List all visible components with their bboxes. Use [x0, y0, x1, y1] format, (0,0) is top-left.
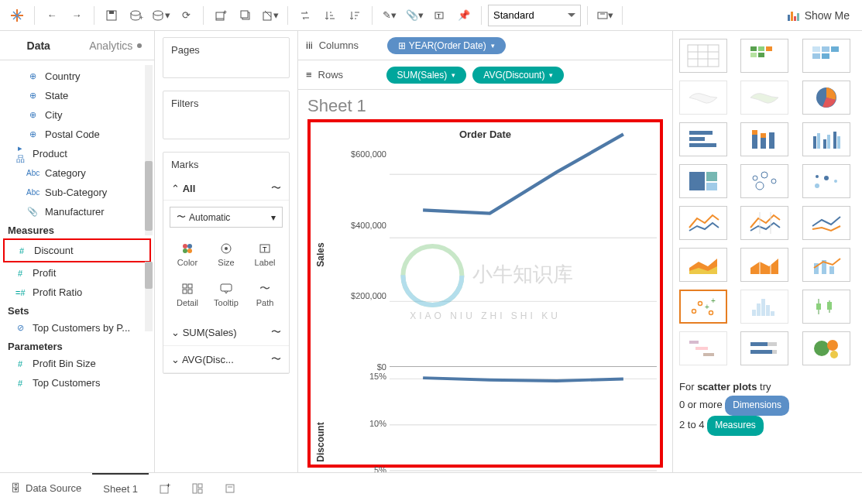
show-me-panel: ++ For scatter plots try 0 or more Dimen…: [672, 31, 862, 472]
pin-icon[interactable]: 📌: [453, 5, 475, 26]
swap-icon[interactable]: [294, 5, 316, 26]
viz-area-disc[interactable]: [740, 248, 788, 282]
new-dashboard-icon[interactable]: [181, 473, 214, 504]
field-product-group[interactable]: ▸ 品Product: [0, 144, 154, 163]
tab-data[interactable]: Data: [0, 31, 77, 60]
viz-side-bar[interactable]: [802, 122, 850, 156]
field-city[interactable]: ⊕City: [0, 105, 154, 125]
field-profit-bin-size[interactable]: #Profit Bin Size: [0, 354, 154, 373]
field-subcategory[interactable]: AbcSub-Category: [0, 183, 154, 202]
mark-color[interactable]: Color: [168, 234, 207, 274]
viz-pie[interactable]: [802, 81, 850, 115]
svg-rect-72: [827, 135, 830, 149]
field-category[interactable]: AbcCategory: [0, 163, 154, 183]
redo-icon[interactable]: →: [66, 5, 88, 26]
labels-icon[interactable]: T: [428, 5, 450, 26]
y2-tick: 15%: [328, 372, 386, 381]
mark-path[interactable]: 〜Path: [246, 274, 284, 314]
viz-box-plot[interactable]: [802, 290, 850, 324]
pill-sum-sales[interactable]: SUM(Sales)▾: [386, 67, 467, 84]
rows-shelf[interactable]: ≡ Rows SUM(Sales)▾ AVG(Discount)▾: [298, 60, 672, 90]
svg-rect-66: [761, 138, 766, 149]
highlight-icon[interactable]: ✎▾: [379, 5, 400, 26]
new-worksheet-icon[interactable]: +: [210, 5, 232, 26]
svg-point-119: [830, 351, 838, 358]
sales-line-chart[interactable]: [390, 143, 657, 367]
viz-scatter[interactable]: ++: [679, 290, 727, 324]
fit-select[interactable]: Standard: [488, 5, 581, 26]
sort-desc-icon[interactable]: [344, 5, 366, 26]
viz-symbol-map[interactable]: [679, 81, 727, 115]
marks-all[interactable]: ⌃ All〜: [163, 177, 289, 201]
marks-avg-disc[interactable]: ⌄ AVG(Disc...〜: [163, 346, 289, 373]
meas-scrollbar[interactable]: [145, 262, 153, 289]
viz-histogram[interactable]: [740, 290, 788, 324]
tableau-logo-icon[interactable]: [6, 5, 28, 26]
present-icon[interactable]: ▾: [594, 5, 616, 26]
svg-rect-101: [752, 310, 756, 316]
tab-data-source[interactable]: 🗄Data Source: [0, 473, 92, 504]
field-profit[interactable]: #Profit: [0, 263, 154, 283]
field-discount[interactable]: #Discount: [5, 241, 149, 260]
mark-tooltip[interactable]: Tooltip: [207, 274, 246, 314]
refresh-icon[interactable]: ⟳: [175, 5, 197, 26]
viz-circle-view[interactable]: [740, 164, 788, 198]
filters-card[interactable]: Filters: [163, 91, 289, 115]
viz-treemap[interactable]: [679, 164, 727, 198]
group-icon[interactable]: 📎▾: [404, 5, 425, 26]
field-state[interactable]: ⊕State: [0, 86, 154, 105]
viz-heat-map[interactable]: [740, 39, 788, 73]
viz-hbar[interactable]: [679, 122, 727, 156]
viz-stacked-bar[interactable]: [740, 122, 788, 156]
show-me-button[interactable]: Show Me: [781, 5, 856, 26]
mark-detail[interactable]: Detail: [168, 274, 207, 314]
mark-label[interactable]: TLabel: [246, 234, 284, 274]
duplicate-icon[interactable]: [235, 5, 256, 26]
field-country[interactable]: ⊕Country: [0, 67, 154, 86]
viz-side-circle[interactable]: [802, 164, 850, 198]
viz-bullet[interactable]: [740, 331, 788, 365]
undo-icon[interactable]: ←: [41, 5, 63, 26]
svg-rect-52: [766, 46, 772, 51]
viz-gantt[interactable]: [679, 331, 727, 365]
mark-type-select[interactable]: 〜Automatic▾: [170, 207, 283, 228]
field-postal[interactable]: ⊕Postal Code: [0, 125, 154, 144]
field-top-customers-param[interactable]: #Top Customers: [0, 373, 154, 393]
new-story-icon[interactable]: [214, 473, 246, 504]
marks-sum-sales[interactable]: ⌄ SUM(Sales)〜: [163, 319, 289, 346]
new-datasource-icon[interactable]: +: [125, 5, 147, 26]
field-manufacturer[interactable]: 📎Manufacturer: [0, 202, 154, 221]
sort-asc-icon[interactable]: [319, 5, 341, 26]
clear-icon[interactable]: ▾: [259, 5, 281, 26]
pill-year-orderdate[interactable]: ⊞ YEAR(Order Date)▾: [387, 37, 506, 54]
pause-auto-icon[interactable]: ▾: [150, 5, 172, 26]
y1-tick: $600,000: [328, 149, 386, 159]
save-icon[interactable]: [101, 5, 122, 26]
svg-point-29: [225, 247, 228, 250]
viz-highlight-table[interactable]: [802, 39, 850, 73]
discount-line-chart[interactable]: [390, 367, 657, 472]
pages-card[interactable]: Pages: [163, 38, 289, 62]
y1-tick: $200,000: [328, 291, 386, 300]
viz-line-disc[interactable]: [740, 206, 788, 240]
new-sheet-icon[interactable]: +: [149, 473, 181, 504]
sheet-title[interactable]: Sheet 1: [307, 96, 663, 116]
mark-size[interactable]: Size: [207, 234, 246, 274]
pill-avg-discount[interactable]: AVG(Discount)▾: [472, 67, 564, 84]
tab-sheet1[interactable]: Sheet 1: [92, 473, 149, 504]
svg-text:+: +: [711, 297, 716, 305]
columns-shelf[interactable]: iii Columns ⊞ YEAR(Order Date)▾: [298, 31, 672, 60]
field-top-customers-set[interactable]: ⊘Top Customers by P...: [0, 318, 154, 338]
field-profit-ratio[interactable]: =#Profit Ratio: [0, 283, 154, 302]
viz-text-table[interactable]: [679, 39, 727, 73]
dim-scrollbar[interactable]: [145, 161, 153, 231]
viz-dual-line[interactable]: [802, 206, 850, 240]
viz-dual-combo[interactable]: [802, 248, 850, 282]
svg-line-15: [265, 11, 271, 17]
svg-rect-61: [689, 131, 713, 135]
viz-packed-bubble[interactable]: [802, 331, 850, 365]
tab-analytics[interactable]: Analytics: [77, 31, 155, 60]
viz-area-cont[interactable]: [679, 248, 727, 282]
viz-line-cont[interactable]: [679, 206, 727, 240]
viz-filled-map[interactable]: [740, 81, 788, 115]
